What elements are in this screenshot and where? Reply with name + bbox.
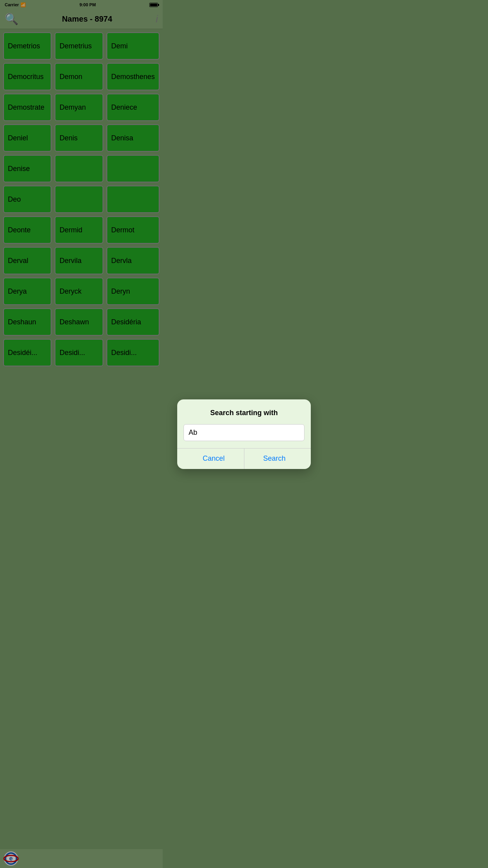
dialog-overlay: Search starting with Cancel Search: [0, 0, 163, 370]
